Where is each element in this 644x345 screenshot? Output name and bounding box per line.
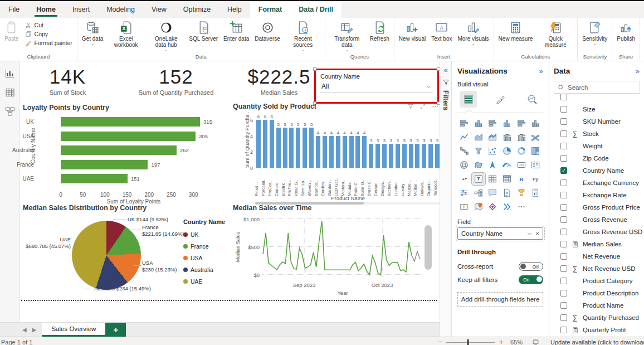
visual-type-filled-map-icon[interactable] xyxy=(472,159,485,171)
legend-item-france[interactable]: France xyxy=(183,240,225,252)
format-visual-tab[interactable] xyxy=(491,91,509,108)
visual-type-button-slicer-icon[interactable] xyxy=(457,187,471,199)
field-row-zip-code[interactable]: Zip Code xyxy=(554,152,640,164)
field-row-median-sales[interactable]: Median Sales xyxy=(554,238,640,250)
collapse-panel-icon[interactable]: » xyxy=(636,67,640,75)
bar-france[interactable] xyxy=(61,160,148,169)
column-bar[interactable] xyxy=(389,144,393,168)
field-checkbox[interactable] xyxy=(560,290,567,297)
field-checkbox[interactable] xyxy=(560,216,567,223)
field-checkbox[interactable] xyxy=(560,155,567,162)
column-bar[interactable] xyxy=(256,120,261,168)
ribbon-button-new-visual[interactable]: New visual xyxy=(399,20,426,42)
visual-type-slicer-icon[interactable] xyxy=(472,173,485,185)
visual-type-metrics-icon[interactable] xyxy=(515,187,528,199)
ribbon-button-format-painter[interactable]: Format painter xyxy=(25,39,72,47)
visual-type-stacked-column-chart-icon[interactable] xyxy=(472,117,485,129)
visual-type-line-stacked-column-chart-icon[interactable] xyxy=(500,131,514,143)
filters-pane-collapsed[interactable]: « Filters xyxy=(440,61,452,337)
column-bar[interactable] xyxy=(435,144,440,168)
field-checkbox[interactable] xyxy=(560,179,567,186)
ribbon-button-publish[interactable]: Publish xyxy=(617,20,635,42)
page-tab-sales-overview[interactable]: Sales Overview xyxy=(42,323,105,337)
visual-type-power-automate-visual-icon[interactable] xyxy=(500,201,514,213)
field-row-net-revenue[interactable]: Net Revenue xyxy=(554,250,640,263)
field-row-quarterly-profit[interactable]: Quarterly Profit xyxy=(554,324,640,336)
add-page-button[interactable]: + xyxy=(105,323,126,337)
chevron-down-icon[interactable] xyxy=(526,231,533,237)
ribbon-button-text-box[interactable]: AText box xyxy=(431,20,452,42)
visual-type-map-icon[interactable] xyxy=(457,159,471,171)
field-row-quantity-purchased[interactable]: ∑Quantity Purchased xyxy=(554,312,640,324)
ribbon-tab-data-drill[interactable]: Data / Drill xyxy=(290,1,341,18)
visual-type-azure-map-icon[interactable] xyxy=(486,159,499,171)
field-row-sku-number[interactable]: SKU Number xyxy=(554,115,640,128)
field-row-gross-product-price[interactable]: Gross Product Price xyxy=(554,201,640,213)
column-bar[interactable] xyxy=(382,144,387,168)
country-name-slicer[interactable]: Country Name All xyxy=(314,69,439,104)
prev-page-icon[interactable]: ◀ xyxy=(22,327,27,333)
column-bar[interactable] xyxy=(329,136,334,168)
visual-type-pie-chart-icon[interactable] xyxy=(500,145,514,157)
legend-item-australia[interactable]: Australia xyxy=(183,264,225,275)
ribbon-button-copy[interactable]: Copy xyxy=(25,30,72,38)
ribbon-button-get-data[interactable]: Get data⌄ xyxy=(82,20,103,46)
field-row-product-description[interactable]: Product Description xyxy=(554,287,640,299)
ribbon-tab-format[interactable]: Format xyxy=(250,1,290,18)
visual-type-line-chart-icon[interactable] xyxy=(457,131,471,143)
field-checkbox[interactable] xyxy=(560,130,567,137)
visual-type-r-script-visual-icon[interactable]: R xyxy=(515,173,528,185)
drill-through-dropzone[interactable]: Add drill-through fields here xyxy=(457,292,543,307)
ribbon-button-enter-data[interactable]: Enter data xyxy=(223,20,249,42)
field-row-size[interactable]: Size xyxy=(554,103,640,115)
expand-filters-icon[interactable]: « xyxy=(443,66,447,74)
ribbon-button-cut[interactable]: Cut xyxy=(25,21,72,29)
visual-type-clustered-bar-chart-icon[interactable] xyxy=(486,117,499,129)
column-bar[interactable] xyxy=(309,128,314,168)
field-row-product-category[interactable]: Product Category xyxy=(554,275,640,287)
field-row-gross-revenue[interactable]: Gross Revenue xyxy=(554,213,640,226)
build-visual-tab[interactable] xyxy=(460,91,477,108)
ribbon-tab-view[interactable]: View xyxy=(143,1,175,18)
focus-mode-icon[interactable] xyxy=(419,103,426,110)
ribbon-button-quick-measure[interactable]: Quick measure xyxy=(538,20,573,48)
collapse-panel-icon[interactable]: » xyxy=(539,67,543,75)
column-bar[interactable] xyxy=(362,136,367,168)
bar-uae[interactable] xyxy=(61,174,128,183)
field-checkbox[interactable] xyxy=(560,204,567,211)
toggle-cross-report[interactable]: Off xyxy=(519,262,543,271)
field-checkbox[interactable] xyxy=(560,314,567,321)
selection-handle[interactable] xyxy=(313,67,316,71)
chevron-down-icon[interactable] xyxy=(426,84,432,90)
ribbon-tab-optimize[interactable]: Optimize xyxy=(175,1,219,18)
field-checkbox[interactable] xyxy=(560,118,567,125)
column-bar[interactable] xyxy=(336,136,340,168)
kpi-card-median-sales[interactable]: $222.5Median Sales xyxy=(235,66,324,96)
visual-type-qa-visual-icon[interactable] xyxy=(486,187,499,199)
ribbon-tab-modeling[interactable]: Modeling xyxy=(98,1,143,18)
bar-usa[interactable] xyxy=(61,132,196,141)
report-view-button[interactable] xyxy=(4,68,16,79)
field-row-product-name[interactable]: Product Name xyxy=(554,299,640,312)
field-pill-country-name[interactable]: Country Name × xyxy=(457,227,543,240)
field-checkbox[interactable] xyxy=(560,278,567,284)
visual-type-area-chart-icon[interactable] xyxy=(472,131,485,143)
field-row-country-name[interactable]: ✓Country Name xyxy=(554,164,640,177)
legend-item-uk[interactable]: UK xyxy=(183,229,225,240)
visual-type-hundred-stacked-column-chart-icon[interactable] xyxy=(529,117,542,129)
ribbon-button-new-measure[interactable]: New measure xyxy=(499,20,533,42)
line-plot[interactable] xyxy=(262,218,423,276)
visual-type-matrix-icon[interactable] xyxy=(500,173,514,185)
zoom-in-button[interactable]: + xyxy=(499,338,503,345)
visual-type-smart-narrative-icon[interactable] xyxy=(500,187,514,199)
analytics-tab[interactable] xyxy=(524,91,541,108)
column-bar[interactable] xyxy=(375,144,380,168)
field-row-exchange-rate[interactable]: Exchange Rate xyxy=(554,189,640,201)
pie-graphic[interactable] xyxy=(72,221,141,290)
column-bar[interactable] xyxy=(402,144,407,168)
field-row-gross-revenue-usd[interactable]: Gross Revenue USD xyxy=(554,226,640,238)
visual-type-paginated-report-icon[interactable] xyxy=(529,187,542,199)
visual-type-decomposition-tree-icon[interactable] xyxy=(472,187,485,199)
column-bar[interactable] xyxy=(270,120,274,168)
visual-type-treemap-icon[interactable] xyxy=(529,145,542,157)
